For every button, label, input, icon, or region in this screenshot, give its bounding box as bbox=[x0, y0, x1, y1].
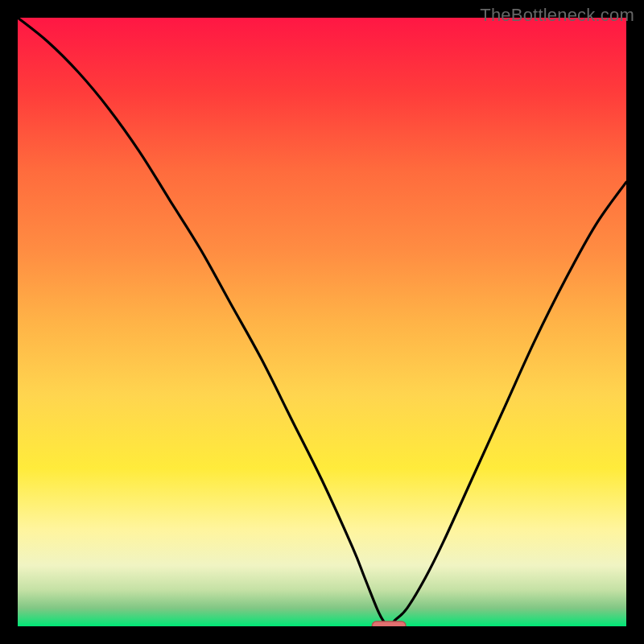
chart-container: TheBottleneck.com bbox=[0, 0, 644, 644]
watermark-text: TheBottleneck.com bbox=[480, 5, 634, 26]
plot-area bbox=[18, 18, 626, 626]
chart-svg bbox=[18, 18, 626, 626]
optimal-marker bbox=[372, 621, 406, 626]
